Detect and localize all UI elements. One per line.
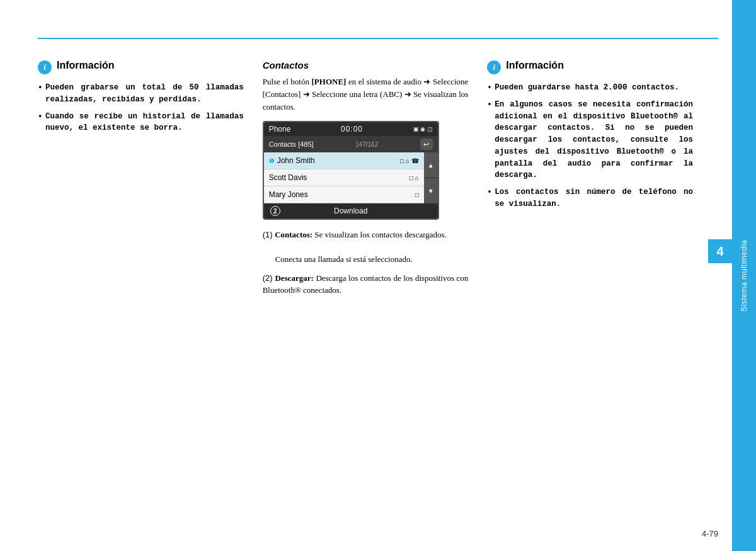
phone-list-container: ❶ John Smith □ ⌂ ☎ Scott Davis □ ⌂ Mary …	[264, 152, 438, 203]
sidebar-label: Sistema multimedia	[740, 240, 748, 312]
phone-status-icons: ▣ ◉ ◫	[413, 126, 433, 132]
center-column: Contactos Pulse el botón [PHONE] en el s…	[253, 47, 478, 526]
numbered-item-2: (2) Descargar: Descarga los contactos de…	[263, 272, 469, 297]
contact-icons-1: □ ⌂ ☎	[400, 157, 419, 164]
page-number: 4-79	[702, 529, 718, 538]
side-arrows: ▲ ▼	[424, 152, 438, 203]
contact-icons-2: □ ⌂	[410, 174, 419, 181]
item1-num: (1)	[263, 230, 275, 239]
info-bullet-left-2: Cuando se recibe un historial de llamada…	[38, 111, 244, 135]
contact-name-1: John Smith	[277, 156, 315, 165]
item1-subtext: Conecta una llamada si está seleccionado…	[263, 254, 413, 264]
contact-item-1[interactable]: ❶ John Smith □ ⌂ ☎	[264, 152, 438, 169]
numbered-items: (1) Contactos: Se visualizan los contact…	[263, 229, 469, 297]
right-info-list: Pueden guardarse hasta 2.000 contactos. …	[487, 82, 693, 210]
info-list-left: Pueden grabarse un total de 50 llamadas …	[38, 82, 244, 134]
phone-ui: Phone 00:00 ▣ ◉ ◫ Contacts [485] 147/162…	[263, 121, 439, 220]
contact-icons-3: □	[415, 191, 419, 198]
contactos-title: Contactos	[263, 60, 469, 71]
info-title-right: Información	[506, 60, 564, 71]
phone-header-title: Phone	[269, 125, 291, 133]
info-icon-left: i	[38, 60, 52, 74]
phone-list: ❶ John Smith □ ⌂ ☎ Scott Davis □ ⌂ Mary …	[264, 152, 438, 203]
info-title-left: Información	[57, 60, 115, 71]
numbered-item-1: (1) Contactos: Se visualizan los contact…	[263, 229, 469, 266]
contact-name-2: Scott Davis	[269, 173, 307, 182]
info-content-right: Pueden guardarse hasta 2.000 contactos. …	[487, 82, 693, 210]
right-bullet-3: Los contactos sin número de teléfono no …	[487, 186, 693, 210]
back-button[interactable]: ↩	[420, 139, 433, 150]
contacts-label: Contacts [485]	[269, 140, 314, 148]
contact-name-3: Mary Jones	[269, 190, 308, 199]
contacts-count: 147/162	[355, 141, 378, 148]
info-icon-right: i	[487, 60, 501, 74]
left-column: i Información Pueden grabarse un total d…	[38, 47, 253, 526]
info-bullet-left-1: Pueden grabarse un total de 50 llamadas …	[38, 82, 244, 106]
item2-label: Descargar:	[275, 273, 313, 283]
right-column: i Información Pueden guardarse hasta 2.0…	[478, 47, 693, 526]
arrow-down-button[interactable]: ▼	[424, 178, 438, 204]
arrow-up-button[interactable]: ▲	[424, 152, 438, 178]
top-line	[38, 38, 718, 39]
download-circle-icon: 2	[270, 206, 280, 216]
phone-download-bar: 2 Download	[264, 203, 438, 219]
phone-contacts-bar: Contacts [485] 147/162 ↩	[264, 136, 438, 152]
phone-header: Phone 00:00 ▣ ◉ ◫	[264, 122, 438, 136]
phone-time: 00:00	[341, 125, 363, 133]
right-bullet-2: En algunos casos se necesita confirmació…	[487, 99, 693, 181]
contact-item-3[interactable]: Mary Jones □	[264, 186, 438, 203]
contact-item-2[interactable]: Scott Davis □ ⌂	[264, 169, 438, 186]
item1-text: Se visualizan los contactos descargados.	[314, 230, 447, 239]
content-area: i Información Pueden grabarse un total d…	[38, 47, 693, 526]
contactos-intro: Pulse el botón [PHONE] en el sistema de …	[263, 76, 469, 113]
chapter-number: 4	[708, 239, 732, 263]
info-content-left: Pueden grabarse un total de 50 llamadas …	[38, 82, 244, 134]
info-box-left: i Información	[38, 60, 244, 74]
info-box-right: i Información	[487, 60, 693, 74]
download-label: Download	[334, 207, 367, 215]
right-sidebar: Sistema multimedia	[732, 0, 756, 551]
item2-num: (2)	[263, 273, 275, 283]
item1-label: Contactos:	[275, 230, 312, 239]
right-bullet-1: Pueden guardarse hasta 2.000 contactos.	[487, 82, 693, 94]
